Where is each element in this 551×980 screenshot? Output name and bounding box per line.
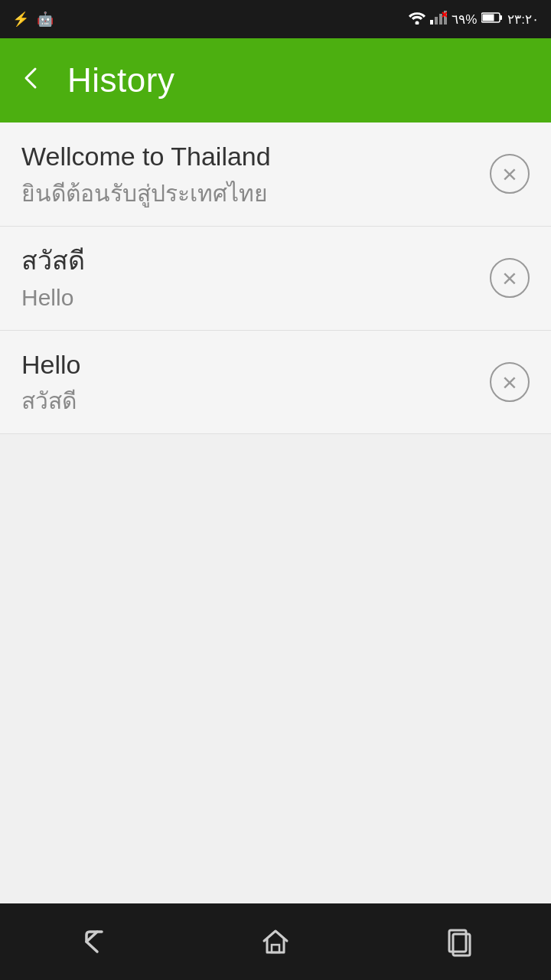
svg-rect-8 xyxy=(483,14,494,21)
back-button[interactable] xyxy=(18,64,46,96)
nav-back-button[interactable] xyxy=(46,911,138,972)
history-item-secondary-3: สวัสดี xyxy=(21,387,478,415)
history-item-text-1: Wellcome to Thailand ยินดีต้อนรับสู่ประเ… xyxy=(21,141,478,207)
delete-button-2[interactable] xyxy=(490,258,530,298)
history-item-primary-2: สวัสดี xyxy=(21,245,478,276)
battery-icon xyxy=(481,11,503,28)
status-bar-left: ⚡ 🤖 xyxy=(12,11,54,28)
nav-bar xyxy=(0,903,551,980)
nav-home-button[interactable] xyxy=(230,911,321,972)
svg-rect-2 xyxy=(435,17,438,24)
usb-icon: ⚡ xyxy=(12,11,29,28)
history-item-primary-3: Hello xyxy=(21,349,478,381)
svg-rect-1 xyxy=(430,20,433,24)
history-item-text-3: Hello สวัสดี xyxy=(21,349,478,416)
signal-icon xyxy=(430,11,447,28)
history-list: Wellcome to Thailand ยินดีต้อนรับสู่ประเ… xyxy=(0,122,551,434)
status-bar-right: ٦٩% ٢٣:٢٠ xyxy=(409,11,539,28)
battery-percent: ٦٩% xyxy=(452,11,477,28)
history-item: Hello สวัสดี xyxy=(0,331,551,435)
wifi-icon xyxy=(409,11,425,28)
history-item: สวัสดี Hello xyxy=(0,227,551,331)
app-bar: History xyxy=(0,38,551,122)
android-icon: 🤖 xyxy=(37,11,54,28)
history-item-secondary-1: ยินดีต้อนรับสู่ประเทศไทย xyxy=(21,180,478,207)
history-item-secondary-2: Hello xyxy=(21,284,478,312)
nav-recent-button[interactable] xyxy=(413,911,505,972)
delete-button-1[interactable] xyxy=(490,154,530,194)
delete-button-3[interactable] xyxy=(490,362,530,402)
history-item-primary-1: Wellcome to Thailand xyxy=(21,141,478,172)
history-item: Wellcome to Thailand ยินดีต้อนรับสู่ประเ… xyxy=(0,122,551,227)
clock: ٢٣:٢٠ xyxy=(507,11,539,28)
status-bar: ⚡ 🤖 ٦٩% xyxy=(0,0,551,38)
svg-rect-9 xyxy=(500,15,502,20)
svg-point-0 xyxy=(416,21,419,24)
page-title: History xyxy=(67,61,174,100)
svg-rect-3 xyxy=(439,14,442,24)
history-item-text-2: สวัสดี Hello xyxy=(21,245,478,312)
